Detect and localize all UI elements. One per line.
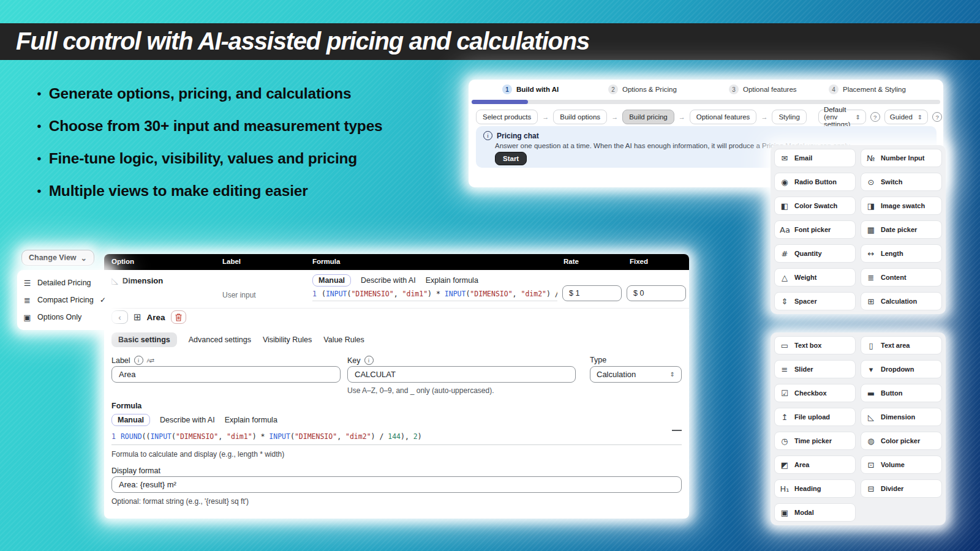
pricing-chat-title: Pricing chat	[497, 132, 539, 140]
mode-select[interactable]: Guided⇕	[884, 110, 928, 124]
tile-color-picker[interactable]: ◍Color picker	[861, 432, 942, 450]
wizard-step-placement-styling[interactable]: 4Placement & Styling	[829, 84, 906, 94]
email-icon: ✉	[780, 154, 790, 163]
env-settings-select[interactable]: Default (env settings)⇕	[818, 110, 866, 124]
file-upload-icon: ↥	[780, 413, 790, 422]
flow-button-optional-features[interactable]: Optional features	[690, 110, 757, 124]
settings-tab-advanced-settings[interactable]: Advanced settings	[189, 335, 251, 344]
row-formula-tab-manual[interactable]: Manual	[312, 274, 351, 287]
type-field-label: Type	[590, 356, 606, 364]
fixed-input[interactable]	[627, 285, 686, 301]
row-formula-tab-describe-with-ai[interactable]: Describe with AI	[361, 276, 416, 285]
dimension-icon: ◺	[866, 413, 876, 422]
row-formula-code[interactable]: 1(INPUT("DIMENSIO", "dim1") * INPUT("DIM…	[312, 290, 557, 301]
tile-font-picker[interactable]: AaFont picker	[774, 220, 856, 239]
tile-dimension[interactable]: ◺Dimension	[861, 408, 942, 426]
tile-radio-button[interactable]: ◉Radio Button	[774, 173, 856, 191]
tile-file-upload[interactable]: ↥File upload	[774, 408, 856, 426]
formula-code-editor[interactable]: 1ROUND((INPUT("DIMENSIO", "dim1") * INPU…	[111, 432, 682, 445]
tile-dropdown[interactable]: ▾Dropdown	[861, 360, 942, 378]
help-icon: ?	[932, 112, 942, 122]
tile-number-input[interactable]: №Number Input	[861, 149, 942, 167]
key-input[interactable]	[347, 366, 576, 383]
dimension-icon: ◺	[111, 276, 118, 285]
pricing-chat-title-row: i Pricing chat	[483, 131, 539, 140]
tile-heading[interactable]: H₁Heading	[774, 479, 856, 498]
scrollbar-thumb[interactable]	[672, 430, 682, 431]
marketing-screenshot: Full control with AI-assisted pricing an…	[0, 0, 980, 551]
tile-divider[interactable]: ⊟Divider	[861, 479, 942, 498]
tile-email[interactable]: ✉Email	[774, 149, 856, 167]
label-input[interactable]	[111, 366, 341, 383]
tile-button[interactable]: ▬Button	[861, 384, 942, 402]
tile-slider[interactable]: ≡Slider	[774, 360, 856, 378]
type-select[interactable]: Calculation ⇕	[590, 366, 682, 383]
settings-tab-basic-settings[interactable]: Basic settings	[111, 332, 177, 347]
type-field-text: Type	[590, 356, 606, 364]
detailed-pricing-icon: ☰	[23, 279, 32, 288]
settings-tab-visibility-rules[interactable]: Visibility Rules	[263, 335, 312, 344]
change-view-button[interactable]: Change View ⌄	[21, 250, 94, 266]
display-format-input[interactable]	[111, 476, 682, 493]
flow-button-select-products[interactable]: Select products	[476, 110, 538, 124]
step-label: Placement & Styling	[843, 86, 906, 93]
tile-weight[interactable]: △Weight	[774, 268, 856, 287]
pricing-table-row: ◺ Dimension User input ManualDescribe wi…	[104, 270, 689, 309]
back-button[interactable]: ‹	[111, 310, 128, 324]
type-select-value: Calculation	[597, 370, 636, 379]
feature-bullet: Multiple views to make editing easier	[37, 183, 382, 199]
formula-tab-explain-formula[interactable]: Explain formula	[225, 416, 277, 424]
column-header-rate: Rate	[564, 258, 579, 265]
flow-button-styling[interactable]: Styling	[772, 110, 807, 124]
tile-label: Area	[794, 461, 809, 468]
column-header-option: Option	[111, 258, 134, 265]
tile-quantity[interactable]: #Quantity	[774, 244, 856, 263]
tile-image-swatch[interactable]: ◨Image swatch	[861, 197, 942, 215]
code-text: (INPUT("DIMENSIO", "dim1") * INPUT("DIME…	[322, 290, 557, 298]
formula-tab-manual[interactable]: Manual	[111, 414, 150, 426]
compact-pricing-icon: ≣	[23, 296, 32, 305]
start-button[interactable]: Start	[495, 152, 527, 165]
tile-label: Modal	[794, 509, 814, 516]
feature-bullet: Fine-tune logic, visibility, values and …	[37, 151, 382, 167]
formula-tab-describe-with-ai[interactable]: Describe with AI	[160, 416, 215, 424]
chevron-left-icon: ‹	[118, 313, 121, 322]
tile-label: Radio Button	[794, 178, 837, 186]
wizard-step-optional-features[interactable]: 3Optional features	[729, 84, 797, 94]
column-header-fixed: Fixed	[630, 258, 648, 265]
tile-checkbox[interactable]: ☑Checkbox	[774, 384, 856, 402]
tile-color-swatch[interactable]: ◧Color Swatch	[774, 197, 856, 215]
settings-tab-value-rules[interactable]: Value Rules	[323, 335, 364, 344]
view-option-options-only[interactable]: ▣Options Only	[23, 309, 106, 326]
rate-input[interactable]	[562, 285, 622, 301]
tile-modal[interactable]: ▣Modal	[774, 503, 856, 522]
tile-time-picker[interactable]: ◷Time picker	[774, 432, 856, 450]
tile-date-picker[interactable]: ▦Date picker	[861, 220, 942, 239]
tile-label: Weight	[794, 274, 816, 281]
tile-content[interactable]: ≣Content	[861, 268, 942, 287]
flow-button-build-pricing[interactable]: Build pricing	[622, 110, 674, 124]
row-formula-tab-explain-formula[interactable]: Explain formula	[426, 276, 478, 285]
switch-icon: ⊙	[866, 178, 876, 187]
delete-button[interactable]	[171, 310, 186, 324]
tile-spacer[interactable]: ⇕Spacer	[774, 292, 856, 310]
tile-switch[interactable]: ⊙Switch	[861, 173, 942, 191]
tile-volume[interactable]: ⊡Volume	[861, 455, 942, 474]
wizard-step-build-with-ai[interactable]: 1Build with AI	[502, 84, 559, 94]
title-banner: Full control with AI-assisted pricing an…	[0, 23, 980, 60]
view-option-compact-pricing[interactable]: ≣Compact Pricing✓	[23, 291, 106, 309]
view-option-label: Compact Pricing	[37, 296, 94, 304]
translate-icon: A⇄	[147, 358, 154, 364]
tile-area[interactable]: ◩Area	[774, 455, 856, 474]
wizard-step-options-pricing[interactable]: 2Options & Pricing	[608, 84, 677, 94]
tile-calculation[interactable]: ⊞Calculation	[861, 292, 942, 310]
tile-length[interactable]: ↔Length	[861, 244, 942, 263]
arrow-right-icon: →	[611, 113, 618, 121]
flow-button-build-options[interactable]: Build options	[553, 110, 607, 124]
change-view-label: Change View	[29, 253, 77, 262]
info-icon: i	[483, 131, 492, 140]
view-option-detailed-pricing[interactable]: ☰Detailed Pricing	[23, 274, 106, 291]
tile-text-box[interactable]: ▭Text box	[774, 336, 856, 354]
tile-text-area[interactable]: ▯Text area	[861, 336, 942, 354]
feature-bullet-list: Generate options, pricing, and calculati…	[37, 86, 382, 216]
